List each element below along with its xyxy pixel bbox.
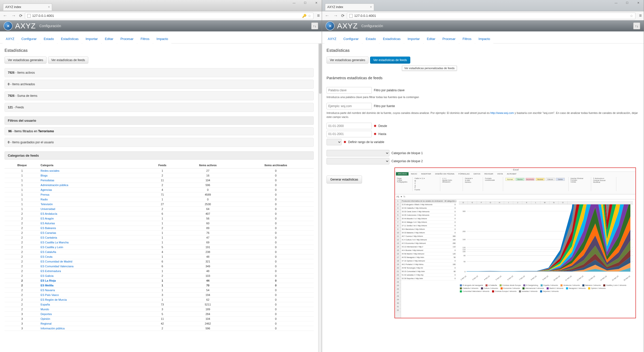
legend-item: Opinión // elmundo	[588, 287, 606, 289]
bookmark-icon[interactable]: ☆	[630, 14, 633, 18]
bookmark-icon[interactable]: ☆	[308, 14, 311, 18]
back-icon[interactable]: ←	[324, 13, 330, 18]
menu-icon[interactable]: ≡	[638, 13, 642, 18]
nav-tab-impacto[interactable]: Impacto	[153, 34, 171, 43]
source-input[interactable]	[327, 103, 372, 109]
nav-tab-configurar[interactable]: Configurar	[18, 34, 40, 43]
category-link[interactable]: España	[41, 303, 50, 306]
date-to-input[interactable]	[327, 131, 372, 137]
category-link[interactable]: ES Aragón	[41, 217, 54, 220]
window-minimize-icon[interactable]: —	[289, 0, 300, 6]
nav-tab-filtros[interactable]: Filtros	[137, 34, 153, 43]
category-link[interactable]: Administración pública	[41, 184, 68, 187]
nav-tab-importar[interactable]: Importar	[404, 34, 423, 43]
window-close-icon[interactable]: ✕	[311, 0, 322, 6]
nav-tab-estado[interactable]: Estado	[363, 34, 379, 43]
view-general-stats-button[interactable]: Ver estadísticas generales	[5, 57, 47, 64]
category-link[interactable]: ES Galicia	[41, 274, 53, 277]
source-hint-link[interactable]: http://www.wsj.com	[490, 111, 514, 114]
category-link[interactable]: ES Canarias	[41, 231, 56, 234]
keyword-input[interactable]	[327, 87, 372, 94]
category-link[interactable]: ES Región de Murcia	[41, 298, 67, 301]
category-link[interactable]: ES Melilla	[41, 284, 53, 287]
category-link[interactable]: ES Comunidad Valenciana	[41, 265, 73, 268]
category-link[interactable]: Periodistas	[41, 179, 54, 182]
legend-item: Internacional // elmundo	[522, 287, 544, 289]
category-link[interactable]: ES Navarra	[41, 289, 55, 292]
legend-item: España // elmundo	[541, 284, 558, 286]
window-maximize-icon[interactable]: ☐	[300, 0, 311, 6]
menu-icon[interactable]: ≡	[316, 13, 320, 18]
address-bar[interactable]: 127.0.0.1:4001 ☆	[347, 13, 635, 19]
sort-icon[interactable]: ↑↓	[311, 22, 318, 29]
view-general-stats-button[interactable]: Ver estadísticas generales	[327, 57, 369, 64]
category-link[interactable]: ES Comunidad de Madrid	[41, 260, 72, 263]
browser-tab[interactable]: AXYZ index ×	[325, 4, 374, 11]
category-link[interactable]: Información pública	[41, 327, 64, 330]
address-bar[interactable]: 127.0.0.1:4001 🔑☆	[25, 13, 313, 19]
categories-table: Bloque Categoría Feeds Items activos Ite…	[5, 162, 314, 331]
category-link[interactable]: Televisión	[41, 203, 53, 206]
nav-tab-impacto[interactable]: Impacto	[475, 34, 493, 43]
reload-icon[interactable]: ⟳	[19, 13, 22, 18]
category-link[interactable]: Regional	[41, 322, 51, 325]
back-icon[interactable]: ←	[2, 13, 8, 18]
nav-tab-editar[interactable]: Editar	[424, 34, 439, 43]
nav-tab-estadísticas[interactable]: Estadísticas	[58, 34, 82, 43]
nav-tab-estado[interactable]: Estado	[41, 34, 57, 43]
nav-tab-axyz[interactable]: AXYZ	[3, 34, 18, 43]
category-link[interactable]: ES Castilla y León	[41, 246, 63, 249]
category-link[interactable]: Redes sociales	[41, 169, 59, 172]
range-select[interactable]	[327, 139, 342, 145]
category-link[interactable]: ES País Vasco	[41, 293, 59, 296]
category-link[interactable]: ES Ceuta	[41, 255, 52, 258]
category-link[interactable]: Universidad	[41, 207, 55, 210]
category-link[interactable]: ES Andalucía	[41, 212, 57, 215]
block1-select[interactable]	[327, 150, 389, 156]
category-link[interactable]: ES Cantabria	[41, 236, 57, 239]
table-row: 2ES Aragón1560	[5, 216, 314, 221]
close-tab-icon[interactable]: ×	[48, 5, 50, 9]
style-swatch: Cálculo	[546, 178, 555, 181]
forward-icon[interactable]: →	[11, 13, 17, 18]
category-link[interactable]: Agencias	[41, 188, 52, 191]
category-link[interactable]: ES La Rioja	[41, 279, 56, 282]
category-link[interactable]: ES Asturias	[41, 222, 55, 225]
tab-title: AXYZ index	[327, 5, 343, 9]
forward-icon[interactable]: →	[333, 13, 339, 18]
sort-icon[interactable]: ↑↓	[633, 22, 640, 29]
close-tab-icon[interactable]: ×	[370, 5, 372, 9]
category-link[interactable]: Prensa	[41, 193, 49, 196]
nav-tab-editar[interactable]: Editar	[102, 34, 117, 43]
category-link[interactable]: ES Baleares	[41, 227, 56, 230]
category-link[interactable]: Radio	[41, 198, 48, 201]
date-from-input[interactable]	[327, 123, 372, 129]
browser-tab[interactable]: AXYZ index ×	[3, 4, 52, 11]
view-feed-stats-button[interactable]: Ver estadísticas de feeds	[48, 57, 88, 64]
window-close-icon[interactable]: ✕	[633, 0, 644, 6]
category-link[interactable]: ES Cataluña	[41, 250, 56, 253]
reload-icon[interactable]: ⟳	[341, 13, 344, 18]
generate-stats-button[interactable]: Generar estadísticas	[327, 175, 362, 184]
main-nav: AXYZConfigurarEstadoEstadísticasImportar…	[0, 31, 322, 43]
nav-tab-procesar[interactable]: Procesar	[439, 34, 459, 43]
block2-select[interactable]	[327, 158, 389, 164]
window-minimize-icon[interactable]: —	[611, 0, 622, 6]
nav-tab-importar[interactable]: Importar	[82, 34, 101, 43]
category-link[interactable]: Blogs	[41, 174, 48, 177]
legend-item: Comunidad Valenciana // elmundo	[460, 290, 490, 292]
category-link[interactable]: ES Extremadura	[41, 270, 61, 273]
nav-tab-axyz[interactable]: AXYZ	[325, 34, 340, 43]
category-link[interactable]: Deportes	[41, 313, 52, 316]
nav-tab-configurar[interactable]: Configurar	[340, 34, 362, 43]
nav-tab-filtros[interactable]: Filtros	[459, 34, 475, 43]
view-feed-stats-button[interactable]: Ver estadísticas de feeds	[370, 57, 410, 64]
nav-tab-procesar[interactable]: Procesar	[117, 34, 137, 43]
nav-tab-estadísticas[interactable]: Estadísticas	[380, 34, 404, 43]
category-link[interactable]: Opinión	[41, 317, 50, 320]
table-row: 2ES Extremadura1480	[5, 269, 314, 274]
window-maximize-icon[interactable]: ☐	[622, 0, 633, 6]
category-link[interactable]: Mundo	[41, 308, 49, 311]
scrollbar[interactable]	[318, 43, 322, 352]
category-link[interactable]: ES Castilla La Mancha	[41, 241, 68, 244]
